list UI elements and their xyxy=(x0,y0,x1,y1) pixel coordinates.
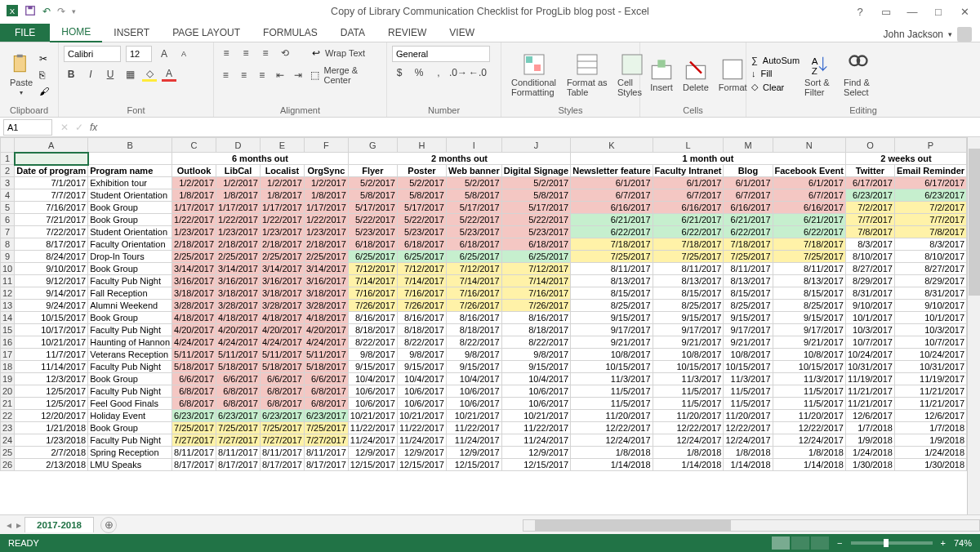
cell[interactable]: 12/22/2017 xyxy=(773,422,845,434)
cell[interactable]: 8/16/2017 xyxy=(501,312,570,324)
cell[interactable]: 6/6/2017 xyxy=(260,373,304,385)
cell[interactable]: 1/23/2017 xyxy=(216,226,261,238)
cell[interactable]: 10/3/2017 xyxy=(845,324,894,336)
row-header[interactable]: 12 xyxy=(1,287,15,300)
cell[interactable]: Web banner xyxy=(446,165,501,177)
cell[interactable]: 7/27/2017 xyxy=(216,434,261,447)
cell[interactable]: Alumni Weekend xyxy=(88,300,172,312)
cell[interactable]: Book Group xyxy=(88,373,172,385)
cell[interactable]: 1/14/2018 xyxy=(773,459,845,471)
cell[interactable]: 7/2/2017 xyxy=(894,202,966,214)
cell[interactable]: 8/18/2017 xyxy=(397,324,446,336)
formula-input[interactable] xyxy=(105,119,980,136)
cell[interactable]: 6/17/2017 xyxy=(894,177,966,189)
cell[interactable]: 12/24/2017 xyxy=(571,434,653,447)
cell[interactable]: 2/25/2017 xyxy=(304,251,348,263)
cell[interactable]: Book Group xyxy=(88,214,172,226)
cell[interactable]: 1/24/2018 xyxy=(845,447,894,459)
cell[interactable]: 1/17/2017 xyxy=(260,202,304,214)
cell[interactable]: Book Group xyxy=(88,422,172,434)
cell[interactable]: 11/5/2017 xyxy=(653,398,724,410)
cell[interactable]: 6/22/2017 xyxy=(773,226,845,238)
minimize-icon[interactable]: — xyxy=(905,6,920,18)
row-header[interactable]: 21 xyxy=(1,398,15,410)
cell[interactable]: 12/5/2017 xyxy=(15,385,88,398)
col-header[interactable]: H xyxy=(397,138,446,153)
select-all-corner[interactable] xyxy=(1,138,15,153)
cell[interactable]: 3/16/2017 xyxy=(216,275,261,287)
cell[interactable]: 12/15/2017 xyxy=(501,459,570,471)
cell[interactable]: 6/25/2017 xyxy=(501,251,570,263)
cell[interactable]: 9/15/2017 xyxy=(348,361,397,373)
col-header[interactable]: C xyxy=(172,138,216,153)
cell[interactable]: 8/15/2017 xyxy=(724,287,773,300)
zoom-slider[interactable] xyxy=(851,541,933,545)
cell[interactable]: 12/6/2017 xyxy=(894,410,966,422)
row-header[interactable]: 17 xyxy=(1,349,15,361)
col-header[interactable]: L xyxy=(653,138,724,153)
cell[interactable]: 6/7/2017 xyxy=(571,189,653,202)
cell[interactable]: 12/22/2017 xyxy=(653,422,724,434)
cell[interactable]: Veterans Reception xyxy=(88,349,172,361)
cell[interactable]: 5/2/2017 xyxy=(446,177,501,189)
cell[interactable]: 12/24/2017 xyxy=(653,434,724,447)
col-header[interactable]: K xyxy=(571,138,653,153)
cell[interactable]: 6/25/2017 xyxy=(397,251,446,263)
cell[interactable]: 10/3/2017 xyxy=(894,324,966,336)
cell[interactable]: 6/1/2017 xyxy=(571,177,653,189)
cell[interactable]: 12/15/2017 xyxy=(446,459,501,471)
cell[interactable]: 10/4/2017 xyxy=(501,373,570,385)
cell[interactable]: 5/11/2017 xyxy=(172,349,216,361)
cell[interactable]: 6/8/2017 xyxy=(216,398,261,410)
cell[interactable]: 8/15/2017 xyxy=(571,287,653,300)
sheet-nav-next-icon[interactable]: ▸ xyxy=(16,519,21,531)
cell[interactable]: 7/27/2017 xyxy=(304,434,348,447)
cell[interactable]: 5/17/2017 xyxy=(501,202,570,214)
cell[interactable]: 10/15/2017 xyxy=(15,312,88,324)
row-header[interactable]: 1 xyxy=(1,153,15,165)
cell[interactable]: 5/23/2017 xyxy=(348,226,397,238)
cell[interactable]: 10/15/2017 xyxy=(653,361,724,373)
fill-button[interactable]: ↓Fill xyxy=(751,69,800,78)
cell[interactable]: 7/16/2017 xyxy=(446,287,501,300)
cell[interactable]: 8/17/2017 xyxy=(260,459,304,471)
zoom-in-button[interactable]: + xyxy=(941,538,946,548)
scrollbar-thumb[interactable] xyxy=(535,520,731,531)
cell[interactable]: 6/7/2017 xyxy=(724,189,773,202)
cell[interactable]: 10/31/2017 xyxy=(894,361,966,373)
cell[interactable]: 7/18/2017 xyxy=(653,238,724,251)
tab-file[interactable]: FILE xyxy=(0,24,50,42)
cell[interactable]: 12/24/2017 xyxy=(773,434,845,447)
cell[interactable]: 8/13/2017 xyxy=(571,275,653,287)
cell[interactable]: 1/22/2017 xyxy=(260,214,304,226)
cell[interactable]: 6/16/2017 xyxy=(724,202,773,214)
cell[interactable]: 5/23/2017 xyxy=(446,226,501,238)
tab-data[interactable]: DATA xyxy=(329,24,376,42)
cell[interactable]: 10/6/2017 xyxy=(446,398,501,410)
cell[interactable]: Poster xyxy=(397,165,446,177)
cell[interactable]: 10/1/2017 xyxy=(894,312,966,324)
cell[interactable]: 10/6/2017 xyxy=(397,385,446,398)
cell[interactable]: 5/18/2017 xyxy=(216,361,261,373)
cell[interactable]: 5/8/2017 xyxy=(348,189,397,202)
cell[interactable]: 10/8/2017 xyxy=(571,349,653,361)
cell[interactable]: 1/22/2017 xyxy=(172,214,216,226)
cell[interactable]: 10/21/2017 xyxy=(348,410,397,422)
cell[interactable]: 1/23/2018 xyxy=(15,434,88,447)
cell[interactable]: 2 weeks out xyxy=(845,153,966,165)
vertical-scrollbar[interactable] xyxy=(967,137,980,514)
cell[interactable]: 1/8/2017 xyxy=(260,189,304,202)
cell[interactable]: Faculty Pub Night xyxy=(88,434,172,447)
cell[interactable]: 5/22/2017 xyxy=(397,214,446,226)
cell[interactable]: OrgSync xyxy=(304,165,348,177)
cell[interactable]: 1/22/2017 xyxy=(304,214,348,226)
cell[interactable]: Holiday Event xyxy=(88,410,172,422)
col-header[interactable]: M xyxy=(724,138,773,153)
delete-button[interactable]: Delete xyxy=(678,56,714,94)
cell[interactable]: 7/7/2017 xyxy=(845,214,894,226)
cell[interactable]: 6/17/2017 xyxy=(845,177,894,189)
cell[interactable]: 11/24/2017 xyxy=(348,434,397,447)
orientation-icon[interactable]: ⟲ xyxy=(278,46,292,60)
cell[interactable]: 7/27/2017 xyxy=(260,434,304,447)
zoom-out-button[interactable]: − xyxy=(837,538,842,548)
